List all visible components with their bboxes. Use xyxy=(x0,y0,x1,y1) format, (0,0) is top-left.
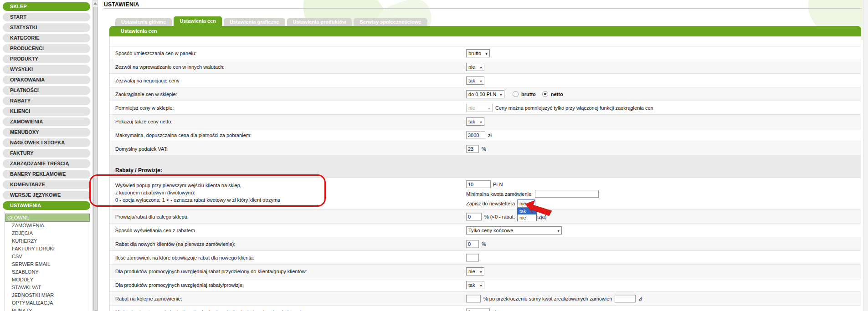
submenu-item-główne[interactable]: GŁÓWNE xyxy=(5,214,90,222)
row-label: Rabat dla nowych klientów (na pierwsze z… xyxy=(115,241,236,247)
next-order-threshold-input[interactable] xyxy=(615,295,636,302)
tab-ustawienia-cen[interactable]: Ustawienia cen xyxy=(174,16,221,26)
row-label: Domyślny podatek VAT: xyxy=(115,146,168,152)
submenu-item-jednostki-miar[interactable]: JEDNOSTKI MIAR xyxy=(5,291,90,299)
scrollbar-thumb[interactable] xyxy=(93,7,98,311)
rounding-select[interactable]: do 0,00 PLN xyxy=(466,90,504,98)
tab-ustawienia-produktow[interactable]: Ustawienia produktów xyxy=(287,18,352,26)
sidebar-item-sklep[interactable]: SKLEP xyxy=(3,2,90,11)
popup-amount-input[interactable] xyxy=(466,180,491,188)
submenu-item-zamówienia[interactable]: ZAMÓWIENIA xyxy=(5,222,90,229)
panel-mode-select[interactable]: brutto xyxy=(466,49,490,57)
sidebar-item-produkty[interactable]: PRODUKTY xyxy=(3,55,90,63)
dropdown-arrow-icon xyxy=(555,228,560,233)
default-vat-input[interactable] xyxy=(466,145,479,153)
sidebar-item-nagłówek-i-stopka[interactable]: NAGŁÓWEK I STOPKA xyxy=(3,138,90,147)
dropdown-arrow-icon xyxy=(483,51,488,56)
submenu-item-serwer-email[interactable]: SERWER EMAIL xyxy=(5,260,90,268)
page-scrollbar-track[interactable] xyxy=(863,0,868,311)
unit-label: % xyxy=(482,241,486,247)
row-promo-client-discount: Dla produktów promocyjnych uwzględniaj r… xyxy=(110,264,861,278)
brutto-radio-label: brutto xyxy=(521,92,536,97)
sidebar-item-zamówienia[interactable]: ZAMÓWIENIA xyxy=(3,117,90,126)
dropdown-arrow-icon xyxy=(478,282,483,288)
sidebar-item-faktury[interactable]: FAKTURY xyxy=(3,149,90,158)
new-client-orders-input[interactable] xyxy=(466,254,479,261)
row-label: Ilość zamówień, na które obowiązuje raba… xyxy=(115,255,254,260)
sidebar-item-ustawienia[interactable]: USTAWIENIA xyxy=(3,201,90,210)
row-global-commission: Prowizja/rabat dla całego sklepu: % (<0 … xyxy=(110,209,861,223)
submenu-item-moduły[interactable]: MODUŁY xyxy=(5,276,90,284)
sidebar-item-zarządzanie-treścią[interactable]: ZARZĄDZANIE TREŚCIĄ xyxy=(3,159,90,168)
other-currencies-select[interactable]: nie xyxy=(466,63,484,71)
sidebar-item-statystki[interactable]: STATYSTKI xyxy=(3,23,90,32)
submenu-item-punkty[interactable]: PUNKTY xyxy=(5,307,90,311)
tab-ustawienia-glowne[interactable]: Ustawienia główne xyxy=(115,18,172,26)
max-cod-input[interactable] xyxy=(466,131,485,139)
tab-ustawienia-graficzne[interactable]: Ustawienia graficzne xyxy=(224,18,285,26)
row-reduce-prices: Pomniejsz ceny w sklepie: nie Ceny można… xyxy=(110,101,861,114)
sidebar-item-wersje-językowe[interactable]: WERSJE JĘZYKOWE xyxy=(3,191,90,199)
newsletter-dropdown-options: tak nie xyxy=(517,208,537,221)
dropdown-arrow-icon xyxy=(529,201,534,206)
sidebar-scrollbar[interactable] xyxy=(92,0,98,311)
promo-client-discount-select[interactable]: nie xyxy=(466,267,484,275)
row-label: Prowizja/rabat dla całego sklepu: xyxy=(115,214,189,219)
select-value: tak xyxy=(468,282,475,288)
newsletter-select[interactable]: nie tak nie xyxy=(517,199,535,208)
row-default-vat: Domyślny podatek VAT: % xyxy=(110,142,861,155)
min-code-amount-input[interactable] xyxy=(466,308,490,311)
row-label: Rabat na kolejne zamówienie: xyxy=(115,296,182,301)
sidebar-item-płatności[interactable]: PŁATNOŚCI xyxy=(3,86,90,95)
brutto-radio[interactable] xyxy=(513,91,519,97)
sidebar-submenu: GŁÓWNEZAMÓWIENIAZDJĘCIAKURIERZYFAKTURY I… xyxy=(5,212,90,311)
promo-commissions-select[interactable]: tak xyxy=(466,281,484,289)
option-nie[interactable]: nie xyxy=(518,214,536,221)
select-value: brutto xyxy=(468,51,481,56)
row-discount-display: Sposób wyświetlania cen z rabatem Tylko … xyxy=(110,223,861,237)
reduce-prices-select: nie xyxy=(466,104,493,112)
submenu-item-csv[interactable]: CSV xyxy=(5,253,90,260)
min-order-input[interactable] xyxy=(535,190,599,198)
submenu-item-kurierzy[interactable]: KURIERZY xyxy=(5,237,90,245)
sidebar-item-start[interactable]: START xyxy=(3,13,90,21)
row-label: Wyświetl popup przy pierwszym wejściu kl… xyxy=(115,182,280,204)
sidebar-item-rabaty[interactable]: RABATY xyxy=(3,97,90,105)
select-value: nie xyxy=(468,64,475,70)
row-label: Maksymalna, dopuszczalna cena dla płatno… xyxy=(115,133,252,138)
submenu-item-faktury-i-druki[interactable]: FAKTURY I DRUKI xyxy=(5,245,90,253)
select-value: tak xyxy=(468,78,475,83)
select-value: do 0,00 PLN xyxy=(468,92,496,97)
row-new-client-discount: Rabat dla nowych klientów (na pierwsze z… xyxy=(110,237,861,250)
next-order-discount-input[interactable] xyxy=(466,295,481,302)
section-rabaty-prowizje: Rabaty / Prowizje: xyxy=(110,155,861,178)
global-commission-input[interactable] xyxy=(466,213,482,220)
row-label: Minimalna kwota zamówienia do pojawienia… xyxy=(115,310,307,311)
sidebar-item-producenci[interactable]: PRODUCENCI xyxy=(3,44,90,53)
select-value: Tylko ceny końcowe xyxy=(468,228,513,233)
sidebar-item-wysyłki[interactable]: WYSYŁKI xyxy=(3,65,90,74)
submenu-item-zdjęcia[interactable]: ZDJĘCIA xyxy=(5,229,90,237)
sidebar-item-klienci[interactable]: KLIENCI xyxy=(3,107,90,116)
submenu-item-stawki-vat[interactable]: STAWKI VAT xyxy=(5,284,90,291)
sidebar-item-komentarze[interactable]: KOMENTARZE xyxy=(3,180,90,189)
scroll-up-arrow-icon[interactable] xyxy=(93,2,97,5)
netto-radio-label: netto xyxy=(551,92,563,97)
negotiation-select[interactable]: tak xyxy=(466,76,484,85)
submenu-item-szablony[interactable]: SZABLONY xyxy=(5,268,90,276)
tab-serwisy-spolecznosciowe[interactable]: Serwisy społecznościowe xyxy=(354,18,427,26)
tab-bar: Ustawienia główne Ustawienia cen Ustawie… xyxy=(115,16,427,26)
new-client-discount-input[interactable] xyxy=(466,240,479,248)
option-tak[interactable]: tak xyxy=(518,208,536,214)
row-label: Pomniejsz ceny w sklepie: xyxy=(115,105,174,111)
sidebar-item-menuboxy[interactable]: MENUBOXY xyxy=(3,128,90,137)
show-netto-select[interactable]: tak xyxy=(466,117,484,126)
submenu-item-optymalizacja[interactable]: OPTYMALIZACJA xyxy=(5,299,90,307)
newsletter-label: Zapisz do newslettera xyxy=(466,201,515,206)
sidebar-item-kategorie[interactable]: KATEGORIE xyxy=(3,34,90,42)
sidebar-item-opakowania[interactable]: OPAKOWANIA xyxy=(3,76,90,84)
sidebar-item-banery-reklamowe[interactable]: BANERY REKLAMOWE xyxy=(3,170,90,178)
netto-radio[interactable] xyxy=(542,91,548,97)
row-label: Sposób umieszczania cen w panelu: xyxy=(115,51,196,56)
discount-display-select[interactable]: Tylko ceny końcowe xyxy=(466,226,562,235)
